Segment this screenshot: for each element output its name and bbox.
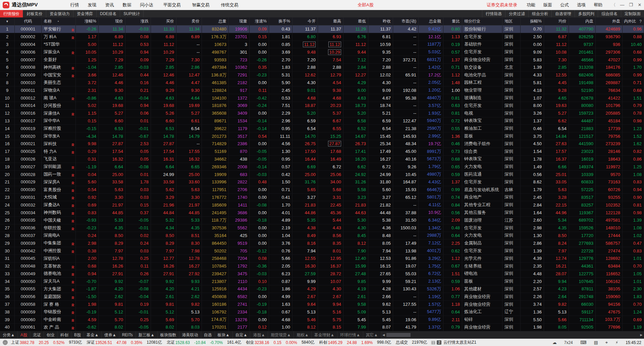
back-button[interactable]: 〈 bbox=[609, 0, 618, 10]
market-tab-北证[interactable]: 北证 bbox=[30, 331, 44, 339]
column-header-stock-name[interactable]: 名称• bbox=[42, 17, 76, 25]
market-tab-环球行情▲[interactable]: 环球行情▲ bbox=[337, 331, 363, 339]
table-row[interactable]: 22000030富奥股份R0.545.630.035.625.631179512… bbox=[0, 186, 644, 194]
menu-item-帮助[interactable]: 帮助 bbox=[590, 0, 606, 10]
menu-item-发现[interactable]: 发现 bbox=[84, 0, 101, 10]
column-header-turnover-pct[interactable]: 换手% bbox=[269, 17, 292, 25]
maximize-button[interactable]: ❐ bbox=[627, 0, 635, 10]
market-tab-自定▲[interactable]: 自定▲ bbox=[233, 331, 251, 339]
column-header-total-volume[interactable]: 总量 bbox=[202, 17, 229, 25]
column-header-inner-outer-ratio[interactable]: 内外比? bbox=[623, 17, 644, 25]
column-header-change[interactable]: 涨跌 bbox=[125, 17, 151, 25]
menu-item-问小达[interactable]: 问小达 bbox=[136, 0, 158, 10]
market-tab-板块▲[interactable]: 板块▲ bbox=[215, 331, 233, 339]
table-row[interactable]: 36000056皇庭国际R-1.502.62-0.042.612.6245080… bbox=[0, 293, 644, 301]
toolbar-item-自选管理[interactable]: 自选管理 bbox=[551, 10, 575, 17]
column-header-amplitude-pct[interactable]: 振幅% bbox=[521, 17, 544, 25]
toolbar-item-综合排名[interactable]: 综合排名 bbox=[598, 10, 621, 17]
table-row[interactable]: 3000004*ST国华5.0011.120.5311.12--1067330.… bbox=[0, 41, 644, 49]
table-row[interactable]: 35000055方大集团R-1.874.20-0.084.204.2112591… bbox=[0, 285, 644, 293]
table-row[interactable]: 27000036华联控股R-0.234.35-0.014.344.3530753… bbox=[0, 224, 644, 232]
quote-tab-行情报价[interactable]: 行情报价 bbox=[0, 10, 23, 17]
menu-item-智赢交易[interactable]: 智赢交易 bbox=[186, 0, 215, 10]
table-row[interactable]: 17000025特 力AR0.2917.540.0517.5417.555116… bbox=[0, 148, 644, 156]
table-row[interactable]: 25000034神州数码R0.8344.850.3744.8444.852414… bbox=[0, 209, 644, 217]
table-row[interactable]: 16000021深科技R9.9827.872.5327.87--71482923… bbox=[0, 140, 644, 148]
index-summary-上证[interactable]: 上证3882.7820.250.52%9733亿 bbox=[11, 340, 82, 345]
index-summary-创业[interactable]: 创业3238.160.150.00%5840亿 bbox=[246, 340, 314, 345]
satellite-icon[interactable]: ⌖ bbox=[605, 340, 608, 345]
column-header-ask-price[interactable]: 卖价 bbox=[176, 17, 202, 25]
menu-item-选项[interactable]: 选项 bbox=[573, 0, 590, 10]
market-tab-分类▲[interactable]: 分类▲ bbox=[0, 331, 18, 339]
index-summary-科创[interactable]: 科创1495.2924.881.69%998.0亿 bbox=[319, 340, 391, 345]
column-header-open[interactable]: 今开 bbox=[292, 17, 318, 25]
table-row[interactable]: 6000008神州高铁R-1.042.85-0.032.852.86497384… bbox=[0, 64, 644, 71]
cloud-icon[interactable]: ☁ bbox=[552, 340, 557, 345]
table-row[interactable]: 7000009中国宝安R3.6612.460.4412.4612.47136.8… bbox=[0, 71, 644, 79]
column-header-bid-price[interactable]: 买价 bbox=[151, 17, 176, 25]
power-icon[interactable]: ⚡ bbox=[615, 340, 618, 345]
market-tab-债券▲[interactable]: 债券▲ bbox=[102, 331, 119, 339]
minimize-button[interactable]: — bbox=[618, 0, 627, 10]
toolbar-item-多股同列[interactable]: 多股同列 bbox=[575, 10, 598, 17]
table-row[interactable]: 32000048京基智农R0.6816.260.1116.2616.271078… bbox=[0, 263, 644, 270]
market-tab-科创[interactable]: 科创 bbox=[58, 331, 71, 339]
table-row[interactable]: 24000032深桑达AR0.6921.970.1521.9621.971856… bbox=[0, 201, 644, 209]
table-row[interactable]: 28000037深南电A0.248.500.028.508.5135164425… bbox=[0, 232, 644, 240]
table-row[interactable]: 12000016深康佳AR1.155.270.065.265.273656083… bbox=[0, 110, 644, 117]
table-row[interactable]: 2000002万 科AR1.176.890.086.886.89176.3万23… bbox=[0, 33, 644, 41]
table-row[interactable]: 30000042中洲控股R0.387.970.037.977.985020270… bbox=[0, 247, 644, 255]
table-row[interactable]: 15000020深华发A-4.3414.78-0.6714.7814.79201… bbox=[0, 132, 644, 140]
table-row[interactable]: 39000060中金岭南R4.595.700.255.695.70174.8万1… bbox=[0, 316, 644, 324]
column-header-inner-volume[interactable]: 内盘 bbox=[569, 17, 596, 25]
market-tab-期权▲[interactable]: 期权▲ bbox=[294, 331, 312, 339]
table-row[interactable]: 8000010美丽生态3.724.460.164.464.47461385218… bbox=[0, 79, 644, 87]
table-row[interactable]: 10000012南 玻AR-0.864.63-0.044.634.6410410… bbox=[0, 94, 644, 102]
table-row[interactable]: 5000007全新好1.257.290.097.297.3093593723-0… bbox=[0, 56, 644, 64]
market-selector[interactable]: 全部A股 bbox=[358, 2, 374, 8]
table-row[interactable]: 4000006深振业AR10.0510.290.9410.29--4987673… bbox=[0, 48, 644, 56]
index-summary-深证[interactable]: 深证13526.5147.080.35%12081亿 bbox=[87, 340, 162, 345]
table-row[interactable]: 13000017深中华A0.156.600.016.606.6189671153… bbox=[0, 117, 644, 125]
column-header-outer-volume[interactable]: 外盘 bbox=[596, 17, 623, 25]
market-tab-基金理财▲[interactable]: 基金理财▲ bbox=[312, 331, 337, 339]
table-row[interactable]: 19000027深圳能源R-1.196.64-0.086.646.6526934… bbox=[0, 163, 644, 171]
table-row[interactable]: 20000028国药一致R0.0425.000.0124.9925.001990… bbox=[0, 171, 644, 178]
scrollbar-thumb[interactable] bbox=[386, 333, 411, 337]
column-header-current-volume[interactable]: 现量 bbox=[229, 17, 250, 25]
table-row[interactable]: 14000019深粮控股-0.156.53-0.016.536.54396221… bbox=[0, 125, 644, 132]
table-row[interactable]: 38000059华锦股份R-0.195.12-0.015.125.1310679… bbox=[0, 308, 644, 316]
table-row[interactable]: 34000050深天马AR-0.709.92-0.079.929.9321380… bbox=[0, 278, 644, 285]
table-row[interactable]: 31000045深纺织A2.0012.780.2512.7712.7825846… bbox=[0, 255, 644, 263]
market-tab-B股[interactable]: B股 bbox=[71, 331, 84, 339]
column-header-region[interactable]: 地区 bbox=[502, 17, 521, 25]
toolbar-item-组合分析[interactable]: 组合分析 bbox=[528, 10, 551, 17]
market-tab-基金▲[interactable]: 基金▲ bbox=[84, 331, 102, 339]
monitor-icon[interactable]: ▤ bbox=[594, 340, 598, 345]
column-header-prev-close[interactable]: 昨收 bbox=[368, 17, 393, 25]
toolbar-item-行情筛选[interactable]: 行情筛选 bbox=[482, 10, 505, 17]
column-header-pct-change[interactable]: 涨幅% bbox=[76, 17, 99, 25]
login-status[interactable]: 证券交易未登录 bbox=[487, 2, 517, 8]
table-row[interactable]: 40000061农 产 品R-0.628.02-0.058.028.031702… bbox=[0, 324, 644, 331]
index-summary-北证[interactable]: 北证1528.63-10.84-0.70%161.4亿 bbox=[167, 340, 241, 345]
column-header-last-price[interactable]: 现价 bbox=[99, 17, 125, 25]
quote-tab-封板竞价[interactable]: 封板竞价 bbox=[23, 10, 46, 17]
horizontal-scrollbar[interactable]: ◀ ▶ bbox=[381, 331, 644, 339]
close-button[interactable]: ✕ bbox=[635, 0, 644, 10]
table-row[interactable]: 11000014沙河股份5.0219.680.9419.6819.6918187… bbox=[0, 102, 644, 110]
menu-item-数据[interactable]: 数据 bbox=[118, 0, 136, 10]
quote-tab-SUP统计[interactable]: SUP统计 bbox=[120, 10, 144, 17]
server-name[interactable]: 云行情太原主站Z1 bbox=[443, 340, 476, 345]
column-header-stock-code[interactable]: 代码 bbox=[15, 17, 42, 25]
quote-tab-资金驱动力[interactable]: 资金驱动力 bbox=[46, 10, 73, 17]
market-tab-其它▲[interactable]: 其它▲ bbox=[363, 331, 381, 339]
table-row[interactable]: 29000039中集集团R2.988.290.248.298.308644509… bbox=[0, 239, 644, 247]
column-header-low[interactable]: 最低 bbox=[343, 17, 368, 25]
column-header-volume-ratio[interactable]: 量比 bbox=[443, 17, 462, 25]
menu-item-资讯[interactable]: 资讯 bbox=[101, 0, 118, 10]
menu-item-行情[interactable]: 行情 bbox=[66, 0, 84, 10]
market-tab-港股▲[interactable]: 港股▲ bbox=[250, 331, 268, 339]
table-row[interactable]: 9000011深物业A2.319.300.219.299.30128824917… bbox=[0, 86, 644, 94]
